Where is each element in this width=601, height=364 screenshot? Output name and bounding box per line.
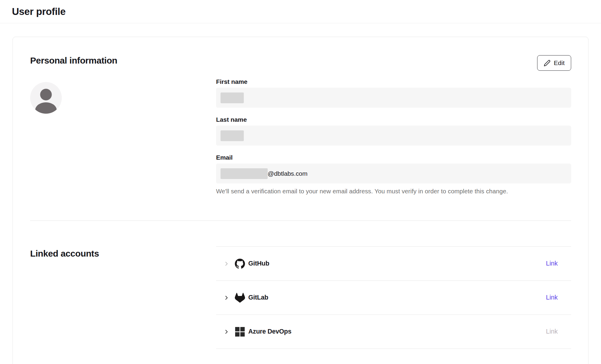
email-domain-suffix: @dbtlabs.com bbox=[268, 170, 307, 177]
azure-devops-link-action: Link bbox=[546, 328, 558, 335]
personal-info-section: First name Last name Email @dbtlabs.com … bbox=[30, 78, 571, 195]
pencil-icon bbox=[544, 60, 551, 67]
profile-card: Personal information Edit First bbox=[13, 37, 588, 364]
linked-accounts-title: Linked accounts bbox=[30, 246, 216, 349]
account-row-github[interactable]: GitHub Link bbox=[216, 247, 571, 281]
chevron-right-icon[interactable] bbox=[223, 328, 230, 335]
last-name-label: Last name bbox=[216, 116, 571, 123]
page-header: User profile bbox=[0, 0, 601, 23]
first-name-label: First name bbox=[216, 78, 571, 85]
account-row-azure-devops[interactable]: Azure DevOps Link bbox=[216, 315, 571, 349]
redacted-first-name-value bbox=[221, 92, 244, 103]
linked-accounts-section: Linked accounts GitHub Link bbox=[30, 246, 571, 349]
personal-info-header: Personal information Edit bbox=[30, 55, 571, 71]
account-name: Azure DevOps bbox=[248, 328, 292, 335]
person-silhouette-icon bbox=[30, 82, 62, 114]
gitlab-link-action[interactable]: Link bbox=[546, 294, 558, 301]
chevron-right-icon[interactable] bbox=[223, 260, 230, 267]
edit-button-label: Edit bbox=[554, 59, 565, 67]
github-octocat-icon bbox=[235, 258, 245, 269]
personal-info-fields: First name Last name Email @dbtlabs.com … bbox=[216, 78, 571, 195]
personal-info-title: Personal information bbox=[30, 55, 117, 66]
chevron-right-icon[interactable] bbox=[223, 294, 230, 301]
redacted-last-name-value bbox=[221, 130, 244, 141]
account-name: GitHub bbox=[248, 260, 269, 267]
linked-accounts-list: GitHub Link GitLab Link bbox=[216, 246, 571, 349]
last-name-field: Last name bbox=[216, 116, 571, 146]
avatar bbox=[30, 78, 216, 195]
page-title: User profile bbox=[12, 6, 66, 17]
redacted-email-local-part bbox=[221, 168, 268, 179]
last-name-input bbox=[216, 126, 571, 146]
first-name-field: First name bbox=[216, 78, 571, 108]
email-help-text: We'll send a verification email to your … bbox=[216, 188, 571, 195]
gitlab-tanuki-icon bbox=[235, 292, 245, 303]
email-label: Email bbox=[216, 154, 571, 161]
account-name: GitLab bbox=[248, 294, 268, 301]
edit-button[interactable]: Edit bbox=[537, 55, 571, 71]
email-input: @dbtlabs.com bbox=[216, 164, 571, 183]
email-field: Email @dbtlabs.com We'll send a verifica… bbox=[216, 154, 571, 195]
github-link-action[interactable]: Link bbox=[546, 260, 558, 267]
section-divider bbox=[30, 220, 571, 221]
account-row-gitlab[interactable]: GitLab Link bbox=[216, 281, 571, 315]
first-name-input bbox=[216, 88, 571, 108]
azure-devops-grid-icon bbox=[235, 326, 245, 337]
